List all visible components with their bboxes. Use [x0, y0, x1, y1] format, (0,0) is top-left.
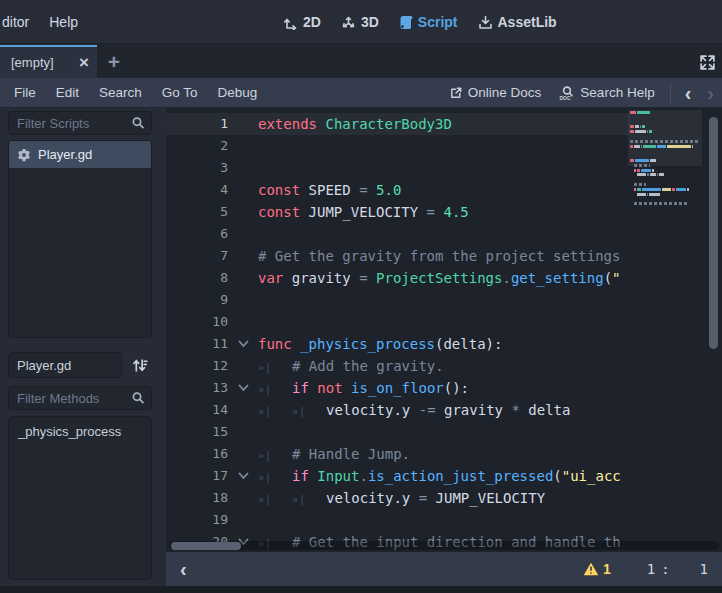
code-line[interactable]: 3: [166, 157, 630, 179]
code-line-text: »|if Input.is_action_just_pressed("ui_ac…: [258, 465, 630, 487]
editor-column: 1extends CharacterBody3D234const SPEED =…: [166, 108, 722, 586]
script-name-row: [8, 352, 152, 378]
code-line[interactable]: 15: [166, 421, 630, 443]
horizontal-scrollbar-thumb[interactable]: [171, 542, 241, 550]
filter-scripts-box: [8, 111, 152, 135]
line-number: 16: [166, 443, 228, 465]
menu-editor[interactable]: ditor: [0, 14, 39, 30]
godot-script-editor-window: ditor Help 2D 3D Script: [0, 0, 722, 593]
online-docs-button[interactable]: Online Docs: [440, 85, 551, 100]
code-line[interactable]: 13»|if not is_on_floor():: [166, 377, 630, 399]
menu-file[interactable]: File: [4, 85, 46, 100]
fold-toggle[interactable]: [228, 377, 258, 399]
token-pln: (: [604, 270, 612, 286]
minimap-segment: [649, 193, 660, 196]
workspace-assetlib-button[interactable]: AssetLib: [478, 14, 557, 30]
fold-toggle[interactable]: [228, 465, 258, 487]
minimap-row: [630, 159, 700, 162]
token-cmt: # Get the gravity from the project setti…: [258, 248, 620, 264]
scene-tab-empty[interactable]: [empty] ×: [0, 45, 97, 78]
search-doc-icon: DOC: [559, 85, 575, 101]
code-line[interactable]: 6: [166, 223, 630, 245]
tab-indent-marker: »|: [292, 489, 326, 509]
menu-help[interactable]: Help: [39, 14, 88, 30]
minimap-row: [630, 154, 700, 157]
script-menu-bar: File Edit Search Go To Debug Online Docs…: [0, 78, 722, 108]
code-line-text: const JUMP_VELOCITY = 4.5: [258, 201, 630, 223]
token-pln: [343, 380, 351, 396]
code-line[interactable]: 10: [166, 311, 630, 333]
minimap-segment: [650, 173, 656, 176]
line-number: 2: [166, 135, 228, 157]
warnings-indicator[interactable]: 1: [583, 561, 611, 577]
scripts-list: Player.gd: [8, 140, 152, 338]
gutter-space: [228, 113, 258, 135]
token-pln: SPEED: [300, 182, 359, 198]
vertical-scrollbar-thumb[interactable]: [709, 117, 718, 349]
code-line[interactable]: 5const JUMP_VELOCITY = 4.5: [166, 201, 630, 223]
expand-fullscreen-button[interactable]: [697, 52, 717, 72]
search-help-label: Search Help: [580, 85, 654, 100]
token-cmt: # Handle Jump.: [292, 446, 410, 462]
history-back-button[interactable]: ‹: [677, 83, 700, 103]
minimap-segment: [647, 130, 648, 133]
code-line[interactable]: 17»|if Input.is_action_just_pressed("ui_…: [166, 465, 630, 487]
minimap-segment: [650, 159, 656, 162]
code-line[interactable]: 2: [166, 135, 630, 157]
line-number: 8: [166, 267, 228, 289]
gutter-space: [228, 267, 258, 289]
code-line-text: [258, 311, 630, 333]
code-line[interactable]: 9: [166, 289, 630, 311]
sort-methods-button[interactable]: [126, 352, 152, 378]
current-script-name-field[interactable]: [8, 352, 122, 378]
search-help-button[interactable]: DOC Search Help: [550, 85, 663, 101]
minimap-segment: [641, 169, 651, 172]
workspace-3d-button[interactable]: 3D: [341, 14, 379, 30]
code-line[interactable]: 19: [166, 509, 630, 531]
token-kw: extends: [258, 116, 317, 132]
code-line[interactable]: 14»|»|velocity.y -= gravity * delta: [166, 399, 630, 421]
minimap-segment: [647, 193, 648, 196]
fold-chevron-icon: [238, 340, 249, 348]
code-line[interactable]: 8var gravity = ProjectSettings.get_setti…: [166, 267, 630, 289]
horizontal-scrollbar[interactable]: [169, 541, 719, 550]
menu-search[interactable]: Search: [89, 85, 152, 100]
code-line[interactable]: 4const SPEED = 5.0: [166, 179, 630, 201]
history-forward-button[interactable]: ›: [699, 83, 722, 103]
line-number: 9: [166, 289, 228, 311]
minimap[interactable]: [630, 108, 700, 552]
menu-debug[interactable]: Debug: [208, 85, 268, 100]
cursor-column: 1: [700, 561, 708, 577]
close-tab-icon[interactable]: ×: [79, 56, 89, 70]
script-list-item[interactable]: Player.gd: [9, 141, 151, 168]
fold-toggle[interactable]: [228, 333, 258, 355]
code-line[interactable]: 12»|# Add the gravity.: [166, 355, 630, 377]
workspace-2d-button[interactable]: 2D: [283, 14, 321, 30]
workspace-script-button[interactable]: Script: [399, 14, 458, 30]
token-num: 4.5: [443, 204, 468, 220]
filter-methods-input[interactable]: [17, 391, 131, 406]
token-pln: [368, 182, 376, 198]
token-op: =: [419, 490, 427, 506]
filter-methods-box: [8, 386, 152, 410]
minimap-segment: [672, 188, 675, 191]
filter-scripts-input[interactable]: [17, 116, 131, 131]
gutter-space: [228, 399, 258, 421]
code-line[interactable]: 7# Get the gravity from the project sett…: [166, 245, 630, 267]
minimap-row: [630, 202, 700, 205]
menu-goto[interactable]: Go To: [152, 85, 208, 100]
minimap-segment: [630, 140, 699, 143]
new-tab-button[interactable]: +: [97, 45, 131, 78]
window-bottom-edge: [0, 586, 722, 593]
fold-chevron-icon: [238, 384, 249, 392]
code-line[interactable]: 16»|# Handle Jump.: [166, 443, 630, 465]
menu-edit[interactable]: Edit: [46, 85, 89, 100]
code-line[interactable]: 18»|»|velocity.y = JUMP_VELOCITY: [166, 487, 630, 509]
code-editor[interactable]: 1extends CharacterBody3D234const SPEED =…: [166, 108, 722, 552]
code-line-text: »|# Add the gravity.: [258, 355, 630, 377]
minimap-segment: [657, 173, 658, 176]
method-list-item[interactable]: _physics_process: [9, 417, 151, 443]
collapse-panel-button[interactable]: ‹: [174, 559, 193, 579]
code-line[interactable]: 11func _physics_process(delta):: [166, 333, 630, 355]
code-line[interactable]: 1extends CharacterBody3D: [166, 113, 630, 135]
